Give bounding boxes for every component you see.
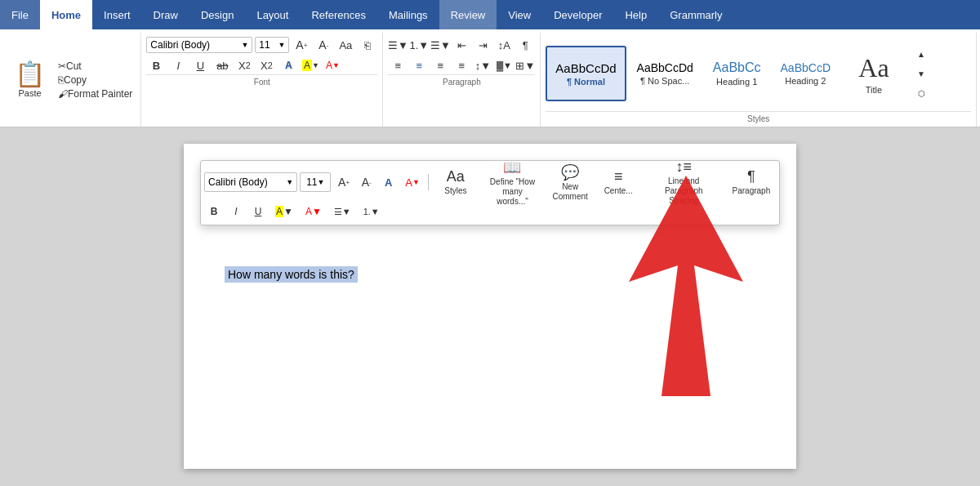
tab-file[interactable]: File — [0, 0, 40, 29]
highlight-color-button[interactable]: A▼ — [301, 56, 320, 74]
mini-increase-font-button[interactable]: A+ — [333, 172, 354, 192]
mini-font-size[interactable]: 11 ▼ — [300, 172, 331, 192]
show-hide-button[interactable]: ¶ — [515, 36, 535, 54]
document-page: Calibri (Body) ▼ 11 ▼ A+ A- A A▼ Aa — [184, 144, 796, 469]
mini-bold-button[interactable]: B — [204, 202, 224, 221]
mini-numbering-button[interactable]: 1.▼ — [359, 202, 385, 221]
styles-scroll-down-button[interactable]: ▼ — [911, 65, 931, 82]
decrease-font-button[interactable]: A- — [314, 36, 333, 54]
increase-indent-button[interactable]: ⇥ — [473, 36, 492, 54]
mini-decrease-font-button[interactable]: A- — [357, 172, 376, 192]
tab-view[interactable]: View — [497, 0, 542, 29]
tab-design[interactable]: Design — [189, 0, 245, 29]
clipboard-group: 📋 Paste ✂ Cut ⎘ Copy 🖌 Format Painter — [3, 33, 141, 127]
mini-paragraph-label: Paragraph — [733, 186, 771, 196]
mini-comment-label: NewComment — [552, 182, 587, 202]
font-color-button[interactable]: A▼ — [323, 56, 342, 74]
paste-label: Paste — [18, 88, 41, 98]
change-case-button[interactable]: Aa — [336, 36, 355, 54]
tab-review[interactable]: Review — [439, 0, 497, 29]
multilevel-list-button[interactable]: ☰▼ — [430, 36, 450, 54]
mini-bullets-button[interactable]: ☰▼ — [329, 202, 356, 221]
bold-button[interactable]: B — [146, 56, 166, 74]
selected-text[interactable]: How many words is this? — [225, 266, 358, 283]
text-effects-button[interactable]: A — [278, 56, 298, 74]
borders-button[interactable]: ⊞▼ — [515, 56, 535, 74]
style-heading1-button[interactable]: AaBbCc Heading 1 — [704, 46, 770, 101]
style-title-button[interactable]: Aa Title — [841, 46, 906, 101]
align-center-button[interactable]: ≡ — [409, 56, 429, 74]
style-heading2-button[interactable]: AaBbCcD Heading 2 — [772, 46, 840, 101]
paste-button[interactable]: 📋 Paste — [8, 36, 51, 123]
tab-mailings[interactable]: Mailings — [377, 0, 439, 29]
mini-underline-button[interactable]: U — [248, 202, 268, 221]
mini-font-family[interactable]: Calibri (Body) ▼ — [204, 172, 297, 192]
style-normal-sample: AaBbCcDd — [555, 61, 616, 75]
mini-center-button[interactable]: ≡ Cente... — [596, 164, 641, 200]
mini-styles-button[interactable]: Aa Styles — [433, 164, 478, 200]
mini-define-button[interactable]: 📖 Define "Howmany words..." — [480, 164, 544, 200]
strikethrough-button[interactable]: ab — [212, 56, 232, 74]
clear-formatting-button[interactable]: ⎗ — [358, 36, 377, 54]
align-right-button[interactable]: ≡ — [430, 56, 450, 74]
line-spacing-icon: ↕≡ — [675, 158, 692, 176]
font-size-selector[interactable]: 11 ▼ — [255, 37, 289, 53]
mini-comment-button[interactable]: 💬 NewComment — [547, 164, 594, 200]
line-spacing-button[interactable]: ↕▼ — [473, 56, 492, 74]
tab-grammarly[interactable]: Grammarly — [658, 0, 733, 29]
style-no-spacing-button[interactable]: AaBbCcDd ¶ No Spac... — [628, 46, 702, 101]
tab-layout[interactable]: Layout — [245, 0, 300, 29]
tab-help[interactable]: Help — [613, 0, 658, 29]
increase-font-button[interactable]: A+ — [292, 36, 311, 54]
cut-icon: ✂ — [58, 60, 66, 72]
copy-button[interactable]: ⎘ Copy — [55, 74, 136, 87]
font-family-selector[interactable]: Calibri (Body) ▼ — [146, 37, 252, 53]
styles-group: AaBbCcDd ¶ Normal AaBbCcDd ¶ No Spac... … — [541, 33, 977, 127]
mini-paragraph-button[interactable]: ¶ Paragraph — [727, 164, 776, 200]
mini-italic-button[interactable]: I — [226, 202, 246, 221]
chevron-down-icon: ▼ — [241, 41, 248, 49]
superscript-button[interactable]: X2 — [256, 56, 276, 74]
mini-text-effects-button[interactable]: A — [379, 172, 399, 192]
tab-developer[interactable]: Developer — [542, 0, 613, 29]
define-icon: 📖 — [503, 158, 521, 176]
tab-home[interactable]: Home — [40, 0, 92, 29]
copy-icon: ⎘ — [58, 74, 64, 86]
justify-button[interactable]: ≡ — [452, 56, 471, 74]
separator — [428, 174, 429, 190]
italic-button[interactable]: I — [168, 56, 188, 74]
bullets-button[interactable]: ☰▼ — [388, 36, 408, 54]
style-normal-button[interactable]: AaBbCcDd ¶ Normal — [546, 46, 626, 101]
subscript-button[interactable]: X2 — [234, 56, 254, 74]
styles-group-label: Styles — [546, 111, 971, 123]
underline-button[interactable]: U — [190, 56, 210, 74]
text-content-area: How many words is this? — [225, 266, 755, 283]
ribbon: 📋 Paste ✂ Cut ⎘ Copy 🖌 Format Painter — [0, 29, 980, 127]
tab-draw[interactable]: Draw — [142, 0, 189, 29]
style-h2-sample: AaBbCcD — [781, 61, 831, 74]
shading-button[interactable]: ▓▼ — [494, 56, 514, 74]
styles-expand-button[interactable]: ⬡ — [911, 84, 931, 102]
mini-line-spacing-button[interactable]: ↕≡ Line and ParagraphSpacing — [644, 164, 724, 200]
cut-label: Cut — [66, 60, 82, 72]
styles-scroll-up-button[interactable]: ▲ — [911, 45, 931, 63]
cut-button[interactable]: ✂ Cut — [55, 60, 136, 73]
format-painter-button[interactable]: 🖌 Format Painter — [55, 87, 136, 100]
chevron-down-icon: ▼ — [278, 41, 285, 49]
format-painter-label: Format Painter — [68, 88, 132, 100]
align-left-button[interactable]: ≡ — [388, 56, 408, 74]
mini-font-color-button[interactable]: A▼ — [401, 172, 425, 192]
mini-highlight-button[interactable]: A▼ — [270, 202, 298, 221]
document-area: Calibri (Body) ▼ 11 ▼ A+ A- A A▼ Aa — [0, 127, 980, 485]
sort-button[interactable]: ↕A — [494, 36, 514, 54]
style-title-sample: Aa — [852, 53, 895, 83]
copy-label: Copy — [64, 74, 87, 86]
mini-font-color2-button[interactable]: A▼ — [301, 202, 327, 221]
mini-toolbar: Calibri (Body) ▼ 11 ▼ A+ A- A A▼ Aa — [200, 160, 780, 225]
comment-icon: 💬 — [561, 163, 579, 181]
tab-insert[interactable]: Insert — [92, 0, 142, 29]
numbering-button[interactable]: 1.▼ — [409, 36, 429, 54]
decrease-indent-button[interactable]: ⇤ — [452, 36, 471, 54]
style-normal-label: ¶ Normal — [567, 77, 605, 87]
tab-references[interactable]: References — [300, 0, 376, 29]
